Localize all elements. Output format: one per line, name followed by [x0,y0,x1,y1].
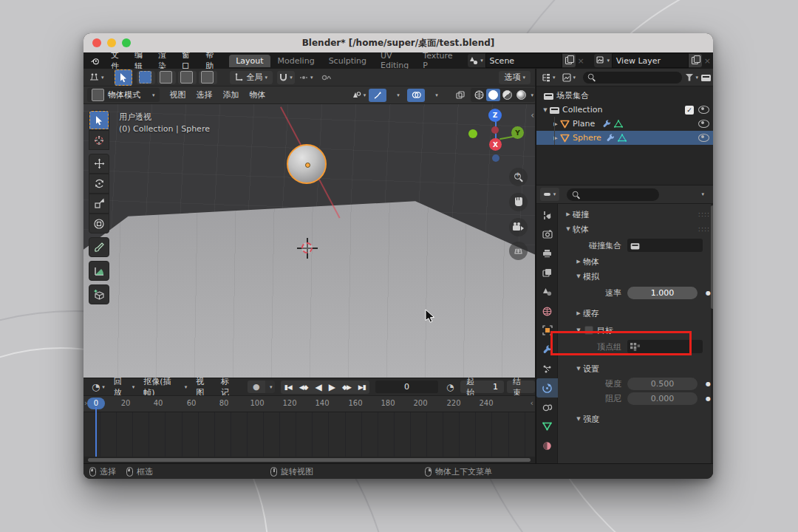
animate-decorator-icon[interactable]: ● [706,290,711,296]
play-button[interactable]: ▶ [325,382,338,392]
tab-world[interactable] [536,301,558,321]
hide-in-viewport-icon[interactable] [698,106,709,114]
frame-start-field[interactable]: 起始 1 [460,381,504,393]
simulation-subpanel-header[interactable]: ▼ 模拟 [558,269,713,284]
previous-keyframe-button[interactable]: ◀◆ [296,383,312,391]
collapse-right-icon[interactable]: ‹ [531,398,533,408]
shading-wireframe-button[interactable] [472,89,486,101]
tab-view-layer[interactable] [536,263,558,282]
overlays-dropdown[interactable]: ▾ [426,89,444,102]
drag-handle-icon[interactable]: :::: [698,225,710,233]
collection-checkbox[interactable]: ✓ [685,106,694,115]
options-dropdown[interactable]: 选项 ▾ [499,71,531,84]
cursor-tool-button[interactable] [89,130,109,150]
timeline-ruler[interactable]: 0 20 40 60 80 100 120 140 160 180 200 22… [83,395,535,412]
tab-tool[interactable] [536,205,558,225]
keying-menu[interactable]: 抠像(插帧) ▾ [139,376,191,398]
select-mode-lasso-button[interactable] [199,71,217,84]
add-menu[interactable]: 添加 [218,89,245,100]
animate-decorator-icon[interactable]: ● [706,395,711,402]
expand-left-icon[interactable]: › [84,398,87,408]
tab-layout[interactable]: Layout [229,55,270,67]
properties-search-input[interactable] [567,188,659,201]
scene-icon[interactable]: ▾ [468,54,485,67]
transform-orientation-dropdown[interactable]: 全局 ▾ [230,71,273,84]
perspective-toggle-button[interactable]: ⊞ [509,242,528,260]
outliner-row-scene-collection[interactable]: 场景集合 [536,89,713,103]
playback-menu[interactable]: 回放 ▾ [109,376,139,398]
object-subpanel-header[interactable]: ▶ 物体 [558,254,713,269]
frame-end-field[interactable]: 结束 [507,381,535,393]
cache-subpanel-header[interactable]: ▶ 缓存 [558,306,713,321]
outliner-row-sphere[interactable]: ▶ Sphere [536,131,713,145]
disclosure-open-icon[interactable]: ▼ [541,107,550,113]
outliner-editor-type-icon[interactable]: ▾ [539,71,558,84]
damping-field[interactable]: 0.000 [627,392,698,405]
blender-logo-icon[interactable] [91,55,99,66]
new-scene-button[interactable] [562,54,576,67]
shading-rendered-button[interactable] [514,89,528,101]
tab-output[interactable] [536,244,558,263]
unlink-scene-icon[interactable]: × [578,56,584,66]
properties-scrollbar[interactable] [711,204,713,463]
view-menu[interactable]: 视图 [165,89,191,100]
modifier-wrench-icon[interactable] [606,134,615,143]
properties-editor-type-icon[interactable]: ▾ [540,188,559,201]
scene-name-field[interactable]: Scene [485,53,562,68]
snap-settings-icon[interactable]: ▾ [297,71,316,84]
pan-button[interactable] [509,193,528,211]
rotate-tool-button[interactable] [89,174,109,194]
hide-in-viewport-icon[interactable] [698,120,709,128]
tab-render[interactable] [536,225,558,244]
strength-subpanel-header[interactable]: ▼ 强度 [558,412,713,426]
timeline-scrollbar[interactable] [83,457,535,463]
gizmos-toggle[interactable] [369,89,386,102]
snap-toggle-button[interactable]: ▾ [277,71,295,84]
tab-physics[interactable] [536,378,558,398]
select-box-tool-button[interactable] [89,110,109,130]
current-frame-field[interactable]: 0 [375,381,439,393]
collision-panel-header[interactable]: ▶ 碰撞 :::: [558,207,713,222]
active-tool-button[interactable] [115,69,132,86]
disclosure-closed-icon[interactable]: ▶ [551,135,560,141]
settings-subpanel-header[interactable]: ▼ 设置 [558,361,713,376]
tab-modeling[interactable]: Modeling [271,55,321,67]
x-axis-ball[interactable]: X [489,138,502,151]
shading-solid-button[interactable] [486,89,500,101]
remove-view-layer-icon[interactable]: × [704,56,711,66]
overlays-toggle[interactable] [407,89,425,102]
annotate-tool-button[interactable] [89,237,109,257]
object-menu[interactable]: 物体 [245,89,271,100]
editor-type-icon[interactable]: ▾ [87,71,106,84]
animate-decorator-icon[interactable]: ● [706,381,711,387]
timeline-editor-type-icon[interactable]: ◔ ▾ [87,381,109,392]
scale-tool-button[interactable] [89,194,109,214]
collision-collection-field[interactable] [627,239,703,252]
scrollbar-thumb[interactable] [88,458,531,462]
shading-material-button[interactable] [500,89,514,101]
show-object-types-dropdown[interactable]: ▾ [349,89,367,102]
mesh-data-icon[interactable] [614,120,623,128]
proportional-edit-button[interactable] [318,71,335,84]
drag-handle-icon[interactable]: :::: [698,211,710,218]
disclosure-closed-icon[interactable]: ▶ [551,121,560,127]
camera-view-button[interactable] [509,218,528,236]
tab-material[interactable] [536,436,558,455]
stiffness-field[interactable]: 0.500 [627,378,698,390]
select-mode-box-button[interactable] [157,71,176,84]
tab-sculpting[interactable]: Sculpting [322,55,373,67]
add-cube-tool-button[interactable] [89,284,109,304]
speed-field[interactable]: 1.000 [627,287,698,299]
new-collection-button[interactable] [701,73,711,81]
playhead[interactable] [95,407,97,457]
play-reverse-button[interactable]: ◀ [312,382,325,392]
jump-to-start-button[interactable]: ▮◀ [281,383,296,391]
view-layer-name-field[interactable]: View Layer [612,53,689,68]
use-preview-range-button[interactable]: ◔ [443,381,457,393]
timeline-view-menu[interactable]: 视图 [191,376,216,398]
select-mode-circle-button[interactable] [178,71,197,84]
next-keyframe-button[interactable]: ◆▶ [338,383,355,391]
gizmos-dropdown[interactable]: ▾ [388,89,406,102]
modifier-wrench-icon[interactable] [602,120,611,129]
xray-toggle[interactable] [451,89,469,102]
